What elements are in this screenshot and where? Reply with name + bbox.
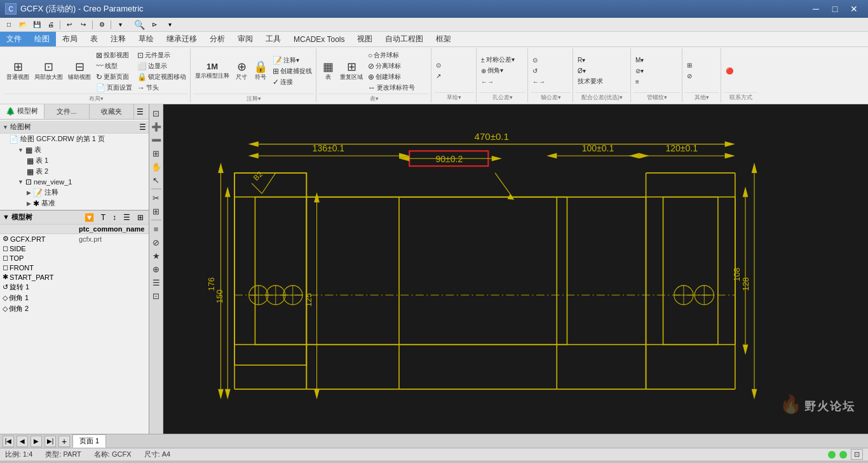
panel-menu-btn[interactable]: ☰ [134, 106, 146, 118]
qa-save-btn[interactable]: 💾 [31, 19, 43, 31]
mt-row-startpart[interactable]: ✱START_PART [0, 272, 149, 282]
connect-btn[interactable]: ✓连接 [271, 77, 314, 87]
sketch-btn2[interactable]: ↗ [434, 71, 443, 81]
linetype-btn[interactable]: 〰线型 [94, 61, 134, 71]
arrow-btn[interactable]: ←→ [479, 76, 517, 86]
page-nav-last[interactable]: ▶| [44, 436, 56, 447]
vbar-zoom-in-btn[interactable]: ➕ [150, 120, 163, 133]
drawing-page-item[interactable]: 📄 绘图 GCFX.DRW 的第 1 页 [0, 134, 149, 144]
vbar-zoom-box-btn[interactable]: ⊡ [150, 107, 163, 120]
vbar-more1-btn[interactable]: ⊘ [150, 236, 163, 249]
new-view-item[interactable]: ▼ ⊡ new_view_1 [0, 177, 149, 187]
qa-redo-btn[interactable]: ↪ [77, 19, 90, 31]
tab-model-tree[interactable]: 🌲 模型树 [0, 104, 44, 119]
mt-row-top[interactable]: ◻TOP [0, 253, 149, 263]
status-view-btn[interactable]: ⊡ [851, 449, 863, 460]
qa-print-btn[interactable]: 🖨 [44, 19, 57, 31]
axis-arr-btn[interactable]: ←→ [531, 76, 547, 86]
menu-layout[interactable]: 布局 [56, 32, 84, 46]
qa-new-btn[interactable]: □ [3, 19, 15, 31]
titlebar-controls[interactable]: ─ □ ✕ [807, 0, 863, 18]
menu-view[interactable]: 视图 [351, 32, 379, 46]
vbar-more2-btn[interactable]: ★ [150, 249, 163, 262]
tree-opts-btn[interactable]: ☰ [139, 123, 146, 132]
vbar-more5-btn[interactable]: ⊡ [150, 289, 163, 302]
fit-btn2[interactable]: Ø▾ [576, 66, 605, 76]
tech-req-btn[interactable]: 技术要求 [576, 76, 605, 86]
drawing-tree-header[interactable]: ▼ 绘图树 ☰ [0, 121, 149, 134]
menu-table[interactable]: 表 [84, 32, 104, 46]
menu-analysis[interactable]: 分析 [203, 32, 231, 46]
proj-view-btn[interactable]: ⊠投影视图 [94, 50, 134, 60]
fit-btn1[interactable]: R▾ [576, 55, 605, 65]
menu-frame[interactable]: 框架 [430, 32, 458, 46]
page-nav-prev[interactable]: ◀ [17, 436, 28, 447]
other-btn2[interactable]: ⊘ [685, 71, 694, 81]
datum-item[interactable]: ▶ ✱ 基准 [0, 198, 149, 209]
vbar-snap-btn[interactable]: ✂ [150, 191, 163, 204]
vbar-refit-btn[interactable]: ⊞ [150, 147, 163, 160]
hole-deg-btn[interactable]: ⊕倒角▾ [479, 66, 517, 76]
drawing-canvas[interactable]: 470±0.1 136±0.1 90±0.2 100±0.1 [163, 104, 868, 434]
mt-row-side[interactable]: ◻SIDE [0, 244, 149, 253]
menu-tools[interactable]: 工具 [259, 32, 287, 46]
mt-btn2[interactable]: T [98, 212, 108, 223]
vbar-align-btn[interactable]: ≡ [150, 223, 163, 235]
mt-row-chamfer2[interactable]: ◇倒角 2 [0, 303, 149, 314]
edge-display-btn[interactable]: ⬜边显示 [135, 61, 188, 71]
vbar-select-btn[interactable]: ↖ [150, 174, 163, 186]
menu-annotation[interactable]: 注释 [104, 32, 132, 46]
page-nav-next[interactable]: ▶ [31, 436, 42, 447]
qa-search-btn[interactable]: 🔍 [133, 19, 146, 31]
menu-drawing[interactable]: 绘图 [28, 32, 56, 46]
annotation-item[interactable]: ▶ 📝 注释 [0, 187, 149, 198]
mt-btn3[interactable]: ↕ [110, 212, 119, 223]
vbar-more3-btn[interactable]: ⊕ [150, 263, 163, 275]
dimension-btn[interactable]: ⊕ 尺寸 [233, 49, 250, 93]
qa-settings-btn[interactable]: ⚙ [95, 19, 108, 31]
qa-nav-btn[interactable]: ⊳ [148, 19, 161, 31]
vbar-zoom-out-btn[interactable]: ➖ [150, 134, 163, 146]
sym-tol-btn[interactable]: ±对称公差▾ [479, 55, 517, 65]
axis-rot-btn[interactable]: ↺ [531, 66, 547, 76]
mt-btn4[interactable]: ☰ [121, 212, 133, 223]
mt-row-gcfx[interactable]: ⚙GCFX.PRT gcfx.prt [0, 234, 149, 244]
update-page-btn[interactable]: ↻更新页面 [94, 72, 134, 82]
qa-undo-btn[interactable]: ↩ [63, 19, 76, 31]
vbar-grid-btn[interactable]: ⊞ [150, 205, 163, 218]
merge-balloon-btn[interactable]: ○合并球标 [366, 50, 417, 60]
pipe-btn2[interactable]: ⊘▾ [634, 66, 646, 76]
vbar-more4-btn[interactable]: ☰ [150, 276, 163, 289]
table-btn[interactable]: ▦ 表 [319, 49, 337, 93]
minimize-button[interactable]: ─ [807, 0, 825, 18]
mt-btn5[interactable]: ⊞ [135, 212, 146, 223]
other-btn1[interactable]: ⊞ [685, 60, 694, 71]
contact-btn[interactable]: 🔴 [724, 66, 735, 76]
component-display-btn[interactable]: ⊡元件显示 [135, 50, 188, 60]
sketch-btn1[interactable]: ⊙ [434, 60, 443, 71]
partial-view-btn[interactable]: ⊡ 局部放大图 [32, 49, 65, 93]
page-setup-btn[interactable]: 📄页面设置 [94, 83, 134, 93]
mt-row-front[interactable]: ◻FRONT [0, 263, 149, 272]
axis-sym-btn[interactable]: ⊙ [531, 55, 547, 65]
menu-review[interactable]: 审阅 [231, 32, 259, 46]
lock-view-btn[interactable]: 🔒锁定视图移动 [135, 72, 188, 82]
mt-row-chamfer1[interactable]: ◇倒角 1 [0, 293, 149, 303]
menu-inherit[interactable]: 继承迁移 [160, 32, 203, 46]
repeat-region-btn[interactable]: ⊞ 重复区域 [338, 49, 365, 93]
split-balloon-btn[interactable]: ⊘分离球标 [366, 61, 417, 71]
menu-mcadex[interactable]: MCADEx Tools [287, 32, 351, 46]
normal-view-btn[interactable]: ⊞ 普通视图 [4, 49, 31, 93]
menu-auto-drawing[interactable]: 自动工程图 [379, 32, 430, 46]
page-tab-1[interactable]: 页面 1 [72, 434, 106, 448]
page-nav-first[interactable]: |◀ [3, 436, 14, 447]
show-model-ann-btn[interactable]: 1M 显示模型注释 [193, 49, 231, 93]
mt-btn1[interactable]: 🔽 [82, 212, 97, 223]
table2-item[interactable]: ▦ 表 2 [0, 166, 149, 177]
page-add-btn[interactable]: + [58, 436, 70, 447]
qa-extra-btn[interactable]: ▾ [114, 19, 126, 31]
mt-row-revolve[interactable]: ↺旋转 1 [0, 282, 149, 293]
change-balloon-btn[interactable]: ↔更改球标符号 [366, 83, 417, 93]
menu-sketch[interactable]: 草绘 [132, 32, 160, 46]
maximize-button[interactable]: □ [826, 0, 844, 18]
